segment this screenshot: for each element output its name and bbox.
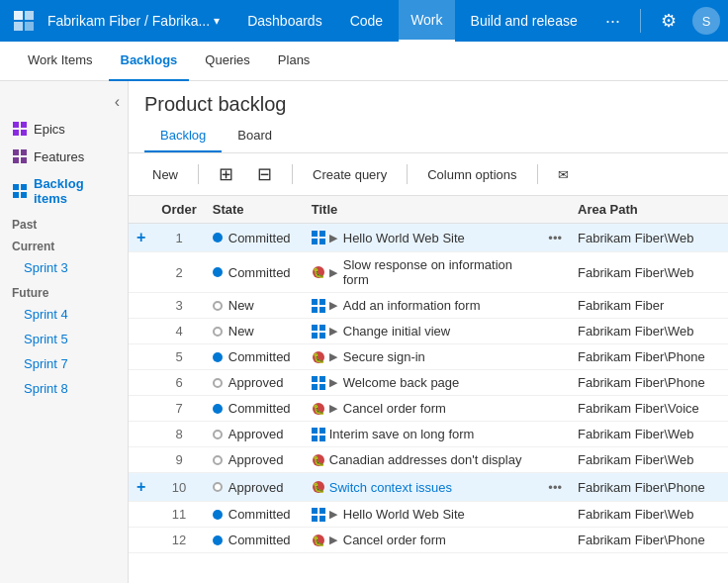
row-area-path: Fabrikam Fiber\Phone bbox=[570, 473, 728, 502]
logo-icon[interactable] bbox=[8, 5, 40, 37]
sidebar-sprint3[interactable]: Sprint 3 bbox=[0, 255, 128, 280]
svg-rect-12 bbox=[13, 184, 19, 190]
nav-dashboards[interactable]: Dashboards bbox=[235, 0, 334, 42]
col-add bbox=[129, 196, 153, 224]
svg-rect-48 bbox=[312, 516, 318, 522]
email-button[interactable]: ✉ bbox=[550, 163, 577, 186]
col-area-path[interactable]: Area Path bbox=[570, 196, 728, 224]
tab-plans[interactable]: Plans bbox=[266, 42, 322, 81]
row-more-options[interactable] bbox=[540, 422, 570, 447]
nav-code[interactable]: Code bbox=[338, 0, 395, 42]
user-avatar[interactable]: S bbox=[692, 7, 720, 35]
toolbar-sep3 bbox=[407, 164, 408, 184]
row-title[interactable]: ▶Welcome back page bbox=[304, 370, 541, 396]
table-row: 9Approved🐛Canadian addresses don't displ… bbox=[129, 447, 728, 473]
svg-rect-32 bbox=[312, 376, 318, 382]
sidebar-sprint7[interactable]: Sprint 7 bbox=[0, 351, 128, 376]
row-area-path: Fabrikam Fiber\Web bbox=[570, 319, 728, 344]
row-title[interactable]: 🐛▶Slow response on information form bbox=[304, 252, 541, 293]
svg-rect-41 bbox=[319, 436, 325, 441]
svg-rect-8 bbox=[13, 149, 19, 155]
nav-work[interactable]: Work bbox=[399, 0, 454, 42]
nav-build-release[interactable]: Build and release bbox=[459, 0, 590, 42]
nav-right-actions: ··· ⚙ S bbox=[597, 7, 720, 35]
sidebar-item-backlog-items[interactable]: Backlog items bbox=[0, 170, 128, 212]
project-name[interactable]: Fabrikam Fiber / Fabrika... bbox=[47, 13, 210, 29]
row-state: New bbox=[205, 293, 304, 319]
col-state[interactable]: State bbox=[205, 196, 304, 224]
sidebar-sprint4[interactable]: Sprint 4 bbox=[0, 302, 128, 327]
collapse-icon: ⊟ bbox=[257, 163, 272, 185]
svg-rect-25 bbox=[319, 307, 325, 313]
row-more-options[interactable] bbox=[540, 528, 570, 553]
row-title[interactable]: 🐛▶Secure sign-in bbox=[304, 344, 541, 370]
row-title[interactable]: ▶Add an information form bbox=[304, 293, 541, 319]
row-more-options[interactable]: ••• bbox=[540, 224, 570, 252]
row-add-btn[interactable] bbox=[129, 370, 153, 396]
add-child-button[interactable]: ⊞ bbox=[211, 159, 241, 189]
svg-text:🐛: 🐛 bbox=[313, 454, 325, 467]
row-more-options[interactable] bbox=[540, 502, 570, 528]
top-navigation: Fabrikam Fiber / Fabrika... ▾ Dashboards… bbox=[0, 0, 728, 42]
sidebar-section-past: Past bbox=[0, 212, 128, 234]
row-add-btn[interactable] bbox=[129, 502, 153, 528]
svg-rect-0 bbox=[14, 11, 23, 20]
tab-work-items[interactable]: Work Items bbox=[16, 42, 105, 81]
row-add-btn[interactable] bbox=[129, 422, 153, 447]
row-more-options[interactable] bbox=[540, 293, 570, 319]
row-add-btn[interactable]: + bbox=[129, 473, 153, 502]
tab-board-view[interactable]: Board bbox=[222, 124, 288, 152]
row-title[interactable]: ▶Hello World Web Site bbox=[304, 502, 541, 528]
row-order: 4 bbox=[153, 319, 204, 344]
row-more-options[interactable] bbox=[540, 370, 570, 396]
row-more-options[interactable] bbox=[540, 396, 570, 422]
tab-queries[interactable]: Queries bbox=[193, 42, 262, 81]
new-button[interactable]: New bbox=[144, 163, 186, 186]
row-add-btn[interactable] bbox=[129, 528, 153, 553]
row-more-options[interactable]: ••• bbox=[540, 473, 570, 502]
add-child-icon: ⊞ bbox=[219, 163, 233, 185]
row-more-options[interactable] bbox=[540, 447, 570, 473]
row-more-options[interactable] bbox=[540, 319, 570, 344]
create-query-button[interactable]: Create query bbox=[305, 163, 395, 186]
column-options-button[interactable]: Column options bbox=[419, 163, 524, 186]
tab-backlog-view[interactable]: Backlog bbox=[144, 124, 222, 152]
row-add-btn[interactable] bbox=[129, 447, 153, 473]
col-title[interactable]: Title bbox=[304, 196, 541, 224]
row-title[interactable]: 🐛▶Cancel order form bbox=[304, 528, 541, 553]
table-row: 7Committed🐛▶Cancel order formFabrikam Fi… bbox=[129, 396, 728, 422]
sidebar-sprint8[interactable]: Sprint 8 bbox=[0, 376, 128, 401]
tab-backlogs[interactable]: Backlogs bbox=[109, 42, 190, 81]
row-area-path: Fabrikam Fiber\Voice bbox=[570, 396, 728, 422]
second-navigation: Work Items Backlogs Queries Plans bbox=[0, 42, 728, 81]
row-title[interactable]: 🐛Switch context issues bbox=[304, 473, 541, 502]
sidebar-item-epics[interactable]: Epics bbox=[0, 115, 128, 143]
row-more-options[interactable] bbox=[540, 344, 570, 370]
toolbar-sep2 bbox=[292, 164, 293, 184]
row-title[interactable]: Interim save on long form bbox=[304, 422, 541, 447]
row-add-btn[interactable] bbox=[129, 396, 153, 422]
svg-rect-3 bbox=[25, 22, 34, 31]
row-add-btn[interactable] bbox=[129, 319, 153, 344]
row-state: Committed bbox=[205, 528, 304, 553]
collapse-button[interactable]: ⊟ bbox=[249, 159, 280, 189]
svg-rect-10 bbox=[13, 157, 19, 163]
row-title[interactable]: 🐛Canadian addresses don't display bbox=[304, 447, 541, 473]
row-title[interactable]: ▶Hello World Web Site bbox=[304, 224, 541, 252]
col-order[interactable]: Order bbox=[153, 196, 204, 224]
table-row: 8ApprovedInterim save on long formFabrik… bbox=[129, 422, 728, 447]
settings-icon[interactable]: ⚙ bbox=[653, 10, 684, 32]
row-title[interactable]: ▶Change initial view bbox=[304, 319, 541, 344]
sidebar-item-features[interactable]: Features bbox=[0, 143, 128, 170]
row-more-options[interactable] bbox=[540, 252, 570, 293]
row-add-btn[interactable]: + bbox=[129, 224, 153, 252]
row-add-btn[interactable] bbox=[129, 344, 153, 370]
row-title[interactable]: 🐛▶Cancel order form bbox=[304, 396, 541, 422]
row-order: 6 bbox=[153, 370, 204, 396]
sidebar-sprint5[interactable]: Sprint 5 bbox=[0, 327, 128, 351]
row-add-btn[interactable] bbox=[129, 252, 153, 293]
sidebar-collapse-icon[interactable]: ‹ bbox=[0, 89, 128, 115]
row-add-btn[interactable] bbox=[129, 293, 153, 319]
more-options-icon[interactable]: ··· bbox=[597, 11, 628, 32]
project-chevron-icon[interactable]: ▾ bbox=[214, 14, 220, 28]
